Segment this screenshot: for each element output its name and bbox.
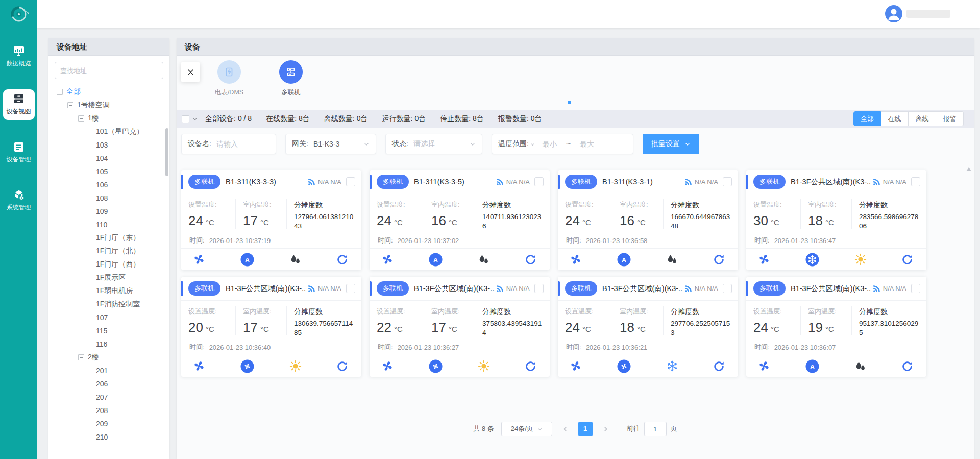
- card-checkbox[interactable]: [723, 177, 732, 186]
- refresh-icon[interactable]: [901, 360, 913, 372]
- filter-offline-button[interactable]: 离线: [909, 111, 936, 126]
- status-filter[interactable]: 状态: 请选择: [385, 134, 482, 154]
- page-number[interactable]: 1: [578, 422, 593, 436]
- fan-icon[interactable]: [192, 253, 206, 266]
- tree-node[interactable]: 1楼: [48, 112, 169, 125]
- refresh-icon[interactable]: [901, 254, 913, 265]
- tree-node[interactable]: 105: [48, 165, 169, 178]
- tree-node[interactable]: 210: [48, 430, 169, 444]
- mode-icon[interactable]: A: [429, 253, 443, 267]
- refresh-icon[interactable]: [525, 360, 536, 372]
- app-logo[interactable]: [0, 0, 37, 28]
- collapse-icon[interactable]: [67, 102, 74, 108]
- refresh-icon[interactable]: [336, 360, 348, 372]
- tree-node[interactable]: 110: [48, 218, 169, 231]
- tree-node[interactable]: 1F门厅（北）: [48, 245, 169, 258]
- card-checkbox[interactable]: [534, 284, 544, 293]
- tree-node[interactable]: 1F门厅（东）: [48, 231, 169, 245]
- tree-node[interactable]: 201: [48, 364, 169, 377]
- collapse-icon[interactable]: [78, 115, 84, 122]
- aux-icon[interactable]: [289, 360, 302, 372]
- mode-icon[interactable]: A: [240, 359, 254, 373]
- next-page-button[interactable]: [600, 426, 611, 432]
- tree-scrollbar[interactable]: [165, 128, 168, 176]
- mode-icon[interactable]: A: [617, 253, 631, 267]
- aux-icon[interactable]: [478, 360, 490, 372]
- tree-node[interactable]: 116: [48, 337, 169, 351]
- card-checkbox[interactable]: [911, 284, 920, 293]
- user-menu[interactable]: [885, 5, 950, 22]
- tree-node[interactable]: 101（星巴克）: [48, 125, 169, 138]
- tree-node[interactable]: 115: [48, 324, 169, 337]
- sidebar-item-data-overview[interactable]: 数据概览: [3, 41, 35, 72]
- fan-icon[interactable]: [381, 359, 394, 373]
- tree-node[interactable]: 1F展示区: [48, 271, 169, 284]
- aux-icon[interactable]: [854, 253, 867, 265]
- fan-icon[interactable]: [569, 253, 582, 266]
- filter-all-button[interactable]: 全部: [853, 111, 881, 126]
- address-search-input[interactable]: [55, 62, 163, 79]
- aux-icon[interactable]: [666, 360, 678, 372]
- goto-page-input[interactable]: [644, 422, 667, 436]
- refresh-icon[interactable]: [525, 254, 536, 265]
- aux-icon[interactable]: [289, 253, 302, 265]
- scroll-up-arrow[interactable]: [966, 167, 971, 171]
- card-checkbox[interactable]: [346, 177, 355, 186]
- mode-icon[interactable]: A: [805, 359, 819, 373]
- tree-node[interactable]: 209: [48, 417, 169, 430]
- refresh-icon[interactable]: [713, 254, 725, 265]
- tree-node[interactable]: 1F消防控制室: [48, 298, 169, 311]
- mode-icon[interactable]: A: [617, 359, 631, 373]
- tree-node[interactable]: 103: [48, 138, 169, 152]
- temp-min-input[interactable]: [535, 140, 564, 148]
- device-type-meter[interactable]: 电表/DMS: [205, 60, 254, 97]
- tree-node[interactable]: 1F门厅（西）: [48, 258, 169, 271]
- sidebar-item-system-management[interactable]: 系统管理: [3, 185, 35, 216]
- tree-node[interactable]: 2楼: [48, 351, 169, 364]
- mode-icon[interactable]: A: [805, 253, 819, 267]
- mode-icon[interactable]: A: [240, 253, 254, 267]
- refresh-icon[interactable]: [336, 254, 348, 265]
- page-size-select[interactable]: 24条/页: [501, 422, 552, 436]
- filter-online-button[interactable]: 在线: [881, 111, 909, 126]
- aux-icon[interactable]: [854, 360, 867, 372]
- device-type-vrf[interactable]: 多联机: [266, 60, 315, 97]
- fan-icon[interactable]: [192, 359, 206, 373]
- collapse-icon[interactable]: [57, 89, 63, 95]
- tree-node[interactable]: 109: [48, 205, 169, 218]
- gateway-filter[interactable]: 网关: B1-K3-3: [285, 134, 376, 154]
- tree-node[interactable]: 104: [48, 152, 169, 165]
- aux-icon[interactable]: [666, 253, 678, 265]
- chevron-down-icon[interactable]: [530, 141, 535, 147]
- refresh-icon[interactable]: [713, 360, 725, 372]
- fan-icon[interactable]: [757, 359, 771, 373]
- device-name-input[interactable]: [216, 140, 254, 148]
- sidebar-item-device-view[interactable]: 设备视图: [3, 89, 35, 120]
- prev-page-button[interactable]: [559, 426, 571, 432]
- card-checkbox[interactable]: [346, 284, 355, 293]
- fan-icon[interactable]: [381, 253, 394, 266]
- tree-node[interactable]: 208: [48, 404, 169, 417]
- tree-node[interactable]: 108: [48, 191, 169, 205]
- tree-node[interactable]: 207: [48, 391, 169, 404]
- aux-icon[interactable]: [477, 253, 490, 265]
- chevron-down-icon[interactable]: [192, 116, 198, 122]
- filter-alarm-button[interactable]: 报警: [936, 111, 964, 126]
- batch-settings-button[interactable]: 批量设置: [643, 134, 699, 154]
- temp-max-input[interactable]: [573, 140, 601, 148]
- tree-node[interactable]: 106: [48, 178, 169, 191]
- collapse-icon[interactable]: [78, 354, 84, 360]
- card-checkbox[interactable]: [911, 177, 920, 186]
- select-all-checkbox[interactable]: [182, 115, 189, 123]
- card-checkbox[interactable]: [723, 284, 732, 293]
- card-checkbox[interactable]: [534, 177, 544, 186]
- tree-node[interactable]: 1F弱电机房: [48, 284, 169, 298]
- tree-node[interactable]: 206: [48, 377, 169, 391]
- tree-node[interactable]: 107: [48, 311, 169, 324]
- mode-icon[interactable]: A: [429, 359, 443, 373]
- tree-node[interactable]: 1号楼空调: [48, 99, 169, 112]
- fan-icon[interactable]: [757, 253, 771, 266]
- close-button[interactable]: [181, 62, 200, 82]
- tree-node[interactable]: 全部: [48, 85, 169, 99]
- fan-icon[interactable]: [569, 359, 582, 373]
